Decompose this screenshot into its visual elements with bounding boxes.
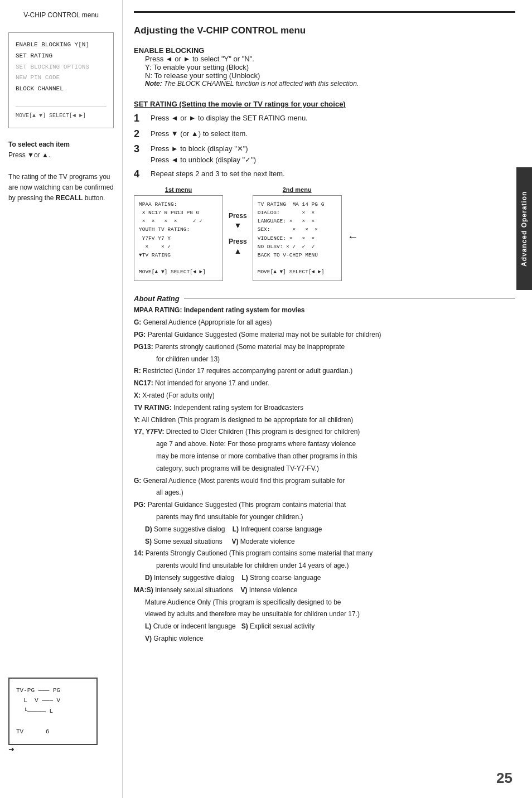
menus-diagram: 1st menu MPAA RATING: X NC17 R PG13 PG G… [134, 186, 515, 282]
m2-l5: VIOLENCE: × × × [258, 234, 337, 243]
diagram-arrow-right: ➜ [8, 745, 14, 753]
rating-r: R: Restricted (Under 17 requires accompa… [134, 366, 515, 377]
menu-item-setrating: SET RATING [16, 51, 107, 62]
side-tab-label: Advanced Operation [520, 191, 528, 266]
press-arrow-block: Press ▼ Press ▲ [229, 212, 247, 255]
about-rating-divider [184, 298, 515, 299]
page-container: Advanced Operation V-CHIP CONTROL menu E… [0, 0, 532, 798]
rating-g: G: General Audience (Appropriate for all… [134, 317, 515, 328]
rating-ma-text1: Mature Audience Only (This program is sp… [134, 597, 515, 608]
step-4: 4 Repeat steps 2 and 3 to set the next i… [134, 168, 515, 181]
tv-diagram-line5: TV 6 [16, 727, 90, 737]
m1-l7: ▼TV RATING [139, 251, 218, 259]
vcchip-menu-box: ENABLE BLOCKING Y[N] SET RATING SET BLOC… [8, 32, 114, 128]
rating-l2: L) Crude or indecent language S) Explici… [134, 621, 515, 632]
mpaa-title-text: MPAA RATING: Independent rating system f… [134, 306, 304, 314]
eb-note-label: Note: [145, 80, 162, 88]
m1-l4: YOUTH TV RATING: [139, 225, 218, 234]
menu1-wrapper: 1st menu MPAA RATING: X NC17 R PG13 PG G… [134, 186, 223, 282]
instruction-title: To select each item [8, 141, 70, 148]
rating-y7-cont3: category, such programs will be designat… [134, 463, 515, 475]
m1-nav: MOVE[▲ ▼] SELECT[◄ ►] [139, 268, 218, 276]
m2-l6: NO DLSV: × ✓ ✓ ✓ [258, 243, 337, 251]
menu1-box: MPAA RATING: X NC17 R PG13 PG G × × × × … [134, 195, 223, 282]
eb-line1: Press ◄ or ► to select "Y" or "N". [145, 55, 515, 63]
page-number: 25 [496, 770, 512, 787]
rating-14: 14: Parents Strongly Cautioned (This pro… [134, 548, 515, 559]
main-content: Adjusting the V-CHIP CONTROL menu ENABLE… [123, 0, 532, 798]
eb-note-text: The BLOCK CHANNEL function is not affect… [164, 80, 359, 88]
rating-g2: G: General Audience (Most parents would … [134, 476, 515, 487]
press-up-block: Press ▲ [229, 238, 247, 255]
m2-l4: SEX: × × × [258, 225, 337, 234]
menu-item-blockchannel: BLOCK CHANNEL [16, 84, 107, 95]
rating-tv: TV RATING: Independent rating system for… [134, 403, 515, 414]
back-arrow: ← [347, 230, 359, 243]
step-1-text: Press ◄ or ► to display the SET RATING m… [151, 113, 308, 124]
menu-item-pincode: NEW PIN CODE [16, 72, 107, 84]
press-down-arrow: ▼ [234, 221, 241, 230]
rating-y7-cont1: age 7 and above. Note: For those program… [134, 439, 515, 450]
eb-line3: N: To release your setting (Unblock) [145, 71, 515, 80]
rating-section: MPAA RATING: Independent rating system f… [134, 305, 515, 644]
step-3-num: 3 [134, 143, 146, 156]
tv-diagram-spacer [16, 717, 90, 727]
rating-pg2-cont: parents may find unsuitable for younger … [134, 512, 515, 523]
m1-l3: × × × × ✓ ✓ [139, 217, 218, 225]
m2-l7: BACK TO V-CHIP MENU [258, 251, 337, 259]
rating-ma-label: MA:S) Intensely sexual situations V) Int… [134, 585, 515, 596]
steps-list: 1 Press ◄ or ► to display the SET RATING… [134, 113, 515, 181]
tv-diagram-wrapper: TV-PG ——— PG L V ——— V └————— L TV 6 ➜ [8, 678, 114, 787]
press-up-label: Press [229, 238, 247, 245]
rating-pg: PG: Parental Guidance Suggested (Some ma… [134, 330, 515, 341]
tv-diagram: TV-PG ——— PG L V ——— V └————— L TV 6 [8, 678, 98, 745]
rating-ma-text2: viewed by adults and therefore may be un… [134, 609, 515, 620]
menu-item-enable: ENABLE BLOCKING Y[N] [16, 40, 107, 51]
rating-pg13: PG13: Parents strongly cautioned (Some m… [134, 342, 515, 353]
menu-item-setoptions: SET BLOCKING OPTIONS [16, 62, 107, 73]
menu2-box: TV RATING MA 14 PG G DIALOG: × × LANGUAG… [253, 195, 342, 282]
step-2-text: Press ▼ (or ▲) to select item. [151, 128, 248, 139]
rating-14-cont: parents would find unsuitable for childr… [134, 560, 515, 572]
step-3b-text: Press ◄ to unblock (display "✓") [151, 156, 256, 164]
rating-x: X: X-rated (For adults only) [134, 390, 515, 402]
top-separator [134, 11, 515, 13]
eb-note: Note: The BLOCK CHANNEL function is not … [145, 80, 515, 88]
menu1-label: 1st menu [134, 186, 223, 193]
set-rating-title: SET RATING (Setting the movie or TV rati… [134, 100, 515, 108]
press-down-block: Press ▼ [229, 212, 247, 230]
m1-spacer [139, 259, 218, 268]
m1-l5: Y7FV Y7 Y [139, 234, 218, 243]
instruction-end: button. [83, 194, 105, 202]
menu2-label: 2nd menu [253, 186, 342, 193]
rating-nc17: NC17: Not intended for anyone 17 and und… [134, 378, 515, 389]
step-4-num: 4 [134, 168, 146, 181]
enable-blocking-title: ENABLE BLOCKING [134, 46, 515, 55]
m2-spacer [258, 259, 337, 268]
step-3a: 3 Press ► to block (display "✕") Press ◄… [134, 143, 515, 165]
m1-l6: × × ✓ [139, 243, 218, 251]
step-2: 2 Press ▼ (or ▲) to select item. [134, 128, 515, 141]
menu2-wrapper: 2nd menu TV RATING MA 14 PG G DIALOG: × … [253, 186, 342, 282]
m1-l2: X NC17 R PG13 PG G [139, 209, 218, 217]
m2-l3: LANGUAGE: × × × [258, 217, 337, 225]
eb-line2: Y: To enable your setting (Block) [145, 63, 515, 71]
instruction-body: Press ▼or ▲. [8, 151, 50, 159]
step-3-text: Press ► to block (display "✕") Press ◄ t… [151, 143, 256, 165]
rating-y7: Y7, Y7FV: Directed to Older Children (Th… [134, 427, 515, 438]
rating-y7-cont2: may be more intense or more combative th… [134, 451, 515, 462]
side-tab: Advanced Operation [516, 167, 532, 290]
set-rating-section: SET RATING (Setting the movie or TV rati… [134, 95, 515, 287]
mpaa-title: MPAA RATING: Independent rating system f… [134, 305, 515, 316]
rating-g2-cont: all ages.) [134, 487, 515, 499]
page-title: Adjusting the V-CHIP CONTROL menu [134, 25, 515, 36]
about-rating-label: About Rating [134, 294, 180, 303]
enable-blocking-content: Press ◄ or ► to select "Y" or "N". Y: To… [134, 55, 515, 88]
tv-diagram-line2: L V ——— V [16, 695, 90, 706]
menu-title: V-CHIP CONTROL menu [8, 11, 114, 19]
rating-v2: V) Graphic violence [134, 633, 515, 645]
about-rating-header: About Rating [134, 294, 515, 303]
step-2-num: 2 [134, 128, 146, 141]
m1-l1: MPAA RATING: [139, 200, 218, 209]
left-panel: V-CHIP CONTROL menu ENABLE BLOCKING Y[N]… [0, 0, 123, 798]
